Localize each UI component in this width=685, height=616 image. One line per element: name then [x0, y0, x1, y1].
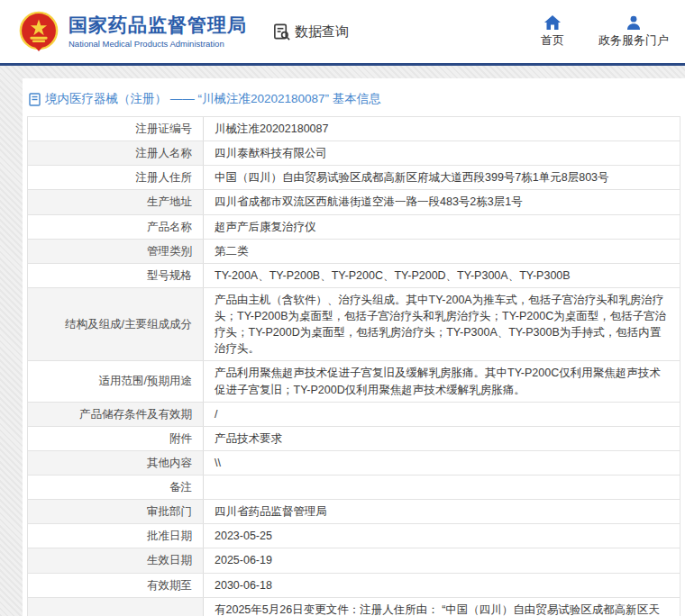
row-value: TY-200A、TY-P200B、TY-P200C、TY-P200D、TY-P3…: [204, 264, 680, 287]
table-row: 产品名称超声产后康复治疗仪: [28, 215, 680, 240]
row-label: 管理类别: [28, 240, 204, 263]
table-row: 管理类别第二类: [28, 240, 680, 264]
agency-name-en: National Medical Products Administration: [68, 39, 247, 49]
row-value: /: [204, 403, 680, 426]
header-divider: [0, 63, 685, 66]
table-row: 有效期至2030-06-18: [28, 574, 680, 598]
row-value: [204, 476, 680, 499]
table-row: 注册证编号川械注准20202180087: [28, 117, 680, 141]
row-label: 结构及组成/主要组成成分: [28, 288, 204, 361]
row-label: 其他内容: [28, 451, 204, 475]
table-row: 适用范围/预期用途产品利用聚焦超声技术促进子宫复旧及缓解乳房胀痛。其中TY-P2…: [28, 361, 680, 402]
nav-home-label: 首页: [541, 32, 564, 49]
nav-gov-portal-label: 政务服务门户: [598, 32, 669, 49]
table-row: 型号规格TY-200A、TY-P200B、TY-P200C、TY-P200D、T…: [28, 264, 680, 288]
row-value: 产品技术要求: [204, 427, 680, 450]
national-emblem-icon: [18, 11, 59, 52]
breadcrumb: 境内医疗器械（注册） —— “川械注准20202180087” 基本信息: [25, 86, 682, 116]
agency-title: 国家药品监督管理局 National Medical Products Admi…: [68, 14, 247, 48]
table-row: 附件产品技术要求: [28, 427, 680, 451]
row-value: 四川省药品监督管理局: [204, 500, 680, 523]
row-value: 超声产后康复治疗仪: [204, 215, 680, 239]
row-label: 审批部门: [28, 500, 204, 523]
row-value: 2025-06-19: [204, 548, 680, 572]
table-row: 注册人住所中国（四川）自由贸易试验区成都高新区府城大道西段399号7栋1单元8层…: [28, 166, 680, 190]
nav-gov-portal[interactable]: 政务服务门户: [598, 15, 669, 49]
row-label: 注册证编号: [28, 117, 204, 140]
table-row: 生效日期2025-06-19: [28, 548, 680, 573]
data-query-icon: [272, 23, 291, 41]
user-icon: [626, 15, 641, 30]
row-value: 川械注准20202180087: [204, 117, 680, 140]
table-row: 变更情况有2025年5月26日变更文件：注册人住所由： “中国（四川）自由贸易试…: [28, 598, 680, 616]
row-label: 附件: [28, 427, 204, 450]
row-label: 产品储存条件及有效期: [28, 403, 204, 426]
site-header: 国家药品监督管理局 National Medical Products Admi…: [0, 0, 685, 63]
row-label: 注册人名称: [28, 141, 204, 165]
row-value: 2030-06-18: [204, 574, 680, 597]
row-label: 注册人住所: [28, 166, 204, 189]
row-label: 批准日期: [28, 524, 204, 548]
table-row: 其他内容\\: [28, 451, 680, 476]
row-label: 变更情况: [28, 598, 204, 616]
row-value: 2023-05-25: [204, 524, 680, 548]
row-value: 产品利用聚焦超声技术促进子宫复旧及缓解乳房胀痛。其中TY-P200C仅利用聚焦超…: [204, 361, 680, 401]
table-row: 产品储存条件及有效期/: [28, 403, 680, 427]
table-row: 结构及组成/主要组成成分产品由主机（含软件）、治疗头组成。其中TY-200A为推…: [28, 288, 680, 362]
row-value: \\: [204, 451, 680, 475]
row-label: 有效期至: [28, 574, 204, 597]
row-label: 生产地址: [28, 190, 204, 213]
row-value: 中国（四川）自由贸易试验区成都高新区府城大道西段399号7栋1单元8层803号: [204, 166, 680, 189]
breadcrumb-text: 境内医疗器械（注册） —— “川械注准20202180087” 基本信息: [45, 91, 381, 107]
data-query-label: 数据查询: [295, 23, 349, 41]
row-label: 产品名称: [28, 215, 204, 239]
row-value: 四川省成都市双流区西航港街道空港一路一段483号2栋3层1号: [204, 190, 680, 213]
table-row: 批准日期2023-05-25: [28, 524, 680, 548]
site-logo[interactable]: 国家药品监督管理局 National Medical Products Admi…: [18, 11, 247, 52]
document-icon: [29, 93, 41, 106]
row-value: 有2025年5月26日变更文件：注册人住所由： “中国（四川）自由贸易试验区成都…: [204, 598, 680, 616]
row-label: 备注: [28, 476, 204, 499]
agency-name-cn: 国家药品监督管理局: [68, 14, 247, 36]
table-row: 生产地址四川省成都市双流区西航港街道空港一路一段483号2栋3层1号: [28, 190, 680, 214]
row-label: 生效日期: [28, 548, 204, 572]
data-query-nav[interactable]: 数据查询: [272, 23, 349, 41]
nav-home[interactable]: 首页: [541, 15, 564, 49]
content-panel: 境内医疗器械（注册） —— “川械注准20202180087” 基本信息 注册证…: [23, 78, 685, 616]
row-value: 四川泰猷科技有限公司: [204, 141, 680, 165]
row-label: 适用范围/预期用途: [28, 361, 204, 401]
table-row: 审批部门四川省药品监督管理局: [28, 500, 680, 524]
table-row: 注册人名称四川泰猷科技有限公司: [28, 141, 680, 166]
info-table: 注册证编号川械注准20202180087注册人名称四川泰猷科技有限公司注册人住所…: [27, 116, 680, 616]
table-row: 备注: [28, 476, 680, 500]
row-value: 产品由主机（含软件）、治疗头组成。其中TY-200A为推车式，包括子宫治疗头和乳…: [204, 288, 680, 361]
row-value: 第二类: [204, 240, 680, 263]
row-label: 型号规格: [28, 264, 204, 287]
home-icon: [544, 15, 561, 30]
